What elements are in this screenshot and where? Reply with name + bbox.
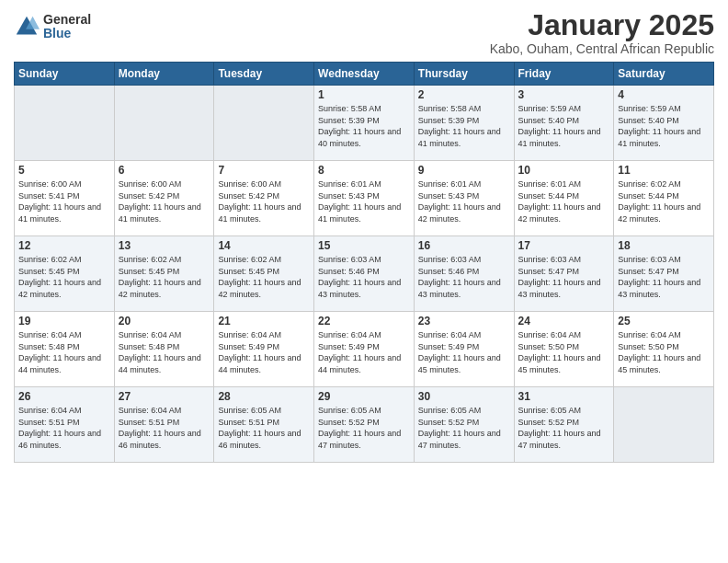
- day-number: 25: [618, 315, 710, 327]
- sunrise: Sunrise: 6:04 AM: [518, 330, 582, 339]
- day-number: 21: [218, 315, 310, 327]
- header: General Blue January 2025 Kabo, Ouham, C…: [14, 9, 714, 56]
- sunset: Sunset: 5:39 PM: [318, 116, 380, 125]
- daylight: Daylight: 11 hours and 43 minutes.: [418, 278, 501, 299]
- day-info: Sunrise: 6:05 AM Sunset: 5:52 PM Dayligh…: [318, 405, 410, 451]
- day-number: 24: [518, 315, 610, 327]
- logo: General Blue: [14, 13, 91, 41]
- logo-blue: Blue: [43, 27, 91, 40]
- calendar-cell-3-5: 24 Sunrise: 6:04 AM Sunset: 5:50 PM Dayl…: [514, 312, 614, 387]
- day-number: 4: [618, 88, 710, 101]
- sunset: Sunset: 5:49 PM: [418, 342, 480, 351]
- sunrise: Sunrise: 6:04 AM: [119, 330, 182, 339]
- sunrise: Sunrise: 5:58 AM: [418, 104, 482, 113]
- sunset: Sunset: 5:44 PM: [518, 191, 580, 201]
- calendar-week-0: 1 Sunrise: 5:58 AM Sunset: 5:39 PM Dayli…: [15, 86, 714, 161]
- day-number: 29: [318, 390, 410, 403]
- day-number: 15: [318, 239, 410, 252]
- calendar-cell-4-4: 30 Sunrise: 6:05 AM Sunset: 5:52 PM Dayl…: [414, 387, 514, 463]
- day-info: Sunrise: 5:59 AM Sunset: 5:40 PM Dayligh…: [518, 103, 610, 149]
- calendar-cell-0-0: [15, 86, 115, 161]
- calendar-cell-2-4: 16 Sunrise: 6:03 AM Sunset: 5:46 PM Dayl…: [414, 236, 514, 312]
- sunrise: Sunrise: 6:03 AM: [418, 255, 482, 264]
- logo-general: General: [43, 13, 91, 27]
- sunrise: Sunrise: 5:59 AM: [618, 104, 681, 113]
- sunset: Sunset: 5:52 PM: [418, 418, 480, 427]
- day-number: 12: [18, 239, 110, 252]
- daylight: Daylight: 11 hours and 41 minutes.: [318, 202, 401, 224]
- sunset: Sunset: 5:49 PM: [318, 342, 380, 351]
- daylight: Daylight: 11 hours and 46 minutes.: [18, 429, 101, 450]
- daylight: Daylight: 11 hours and 41 minutes.: [119, 202, 201, 224]
- day-number: 13: [119, 239, 210, 252]
- calendar-week-2: 12 Sunrise: 6:02 AM Sunset: 5:45 PM Dayl…: [15, 236, 714, 312]
- calendar-cell-0-3: 1 Sunrise: 5:58 AM Sunset: 5:39 PM Dayli…: [314, 86, 415, 161]
- header-sunday: Sunday: [15, 63, 115, 86]
- day-number: 22: [318, 315, 410, 327]
- day-number: 6: [119, 164, 210, 177]
- title-area: January 2025 Kabo, Ouham, Central Africa…: [490, 9, 714, 56]
- header-saturday: Saturday: [614, 63, 714, 86]
- sunrise: Sunrise: 6:01 AM: [418, 179, 482, 189]
- day-number: 17: [518, 239, 610, 252]
- header-tuesday: Tuesday: [214, 63, 314, 86]
- daylight: Daylight: 11 hours and 41 minutes.: [218, 202, 301, 224]
- day-info: Sunrise: 6:04 AM Sunset: 5:49 PM Dayligh…: [218, 329, 310, 375]
- daylight: Daylight: 11 hours and 42 minutes.: [218, 278, 301, 299]
- day-info: Sunrise: 6:04 AM Sunset: 5:48 PM Dayligh…: [18, 329, 110, 375]
- sunset: Sunset: 5:42 PM: [119, 191, 180, 201]
- daylight: Daylight: 11 hours and 42 minutes.: [18, 278, 101, 299]
- calendar-table: Sunday Monday Tuesday Wednesday Thursday…: [14, 62, 714, 463]
- daylight: Daylight: 11 hours and 45 minutes.: [418, 353, 501, 374]
- sunset: Sunset: 5:45 PM: [119, 267, 180, 276]
- calendar-cell-4-3: 29 Sunrise: 6:05 AM Sunset: 5:52 PM Dayl…: [314, 387, 415, 463]
- calendar-cell-4-0: 26 Sunrise: 6:04 AM Sunset: 5:51 PM Dayl…: [15, 387, 115, 463]
- daylight: Daylight: 11 hours and 42 minutes.: [418, 202, 501, 224]
- day-info: Sunrise: 6:01 AM Sunset: 5:44 PM Dayligh…: [518, 178, 610, 224]
- sunset: Sunset: 5:40 PM: [618, 116, 679, 125]
- sunset: Sunset: 5:51 PM: [218, 418, 279, 427]
- sunrise: Sunrise: 6:02 AM: [618, 179, 681, 189]
- calendar-cell-4-2: 28 Sunrise: 6:05 AM Sunset: 5:51 PM Dayl…: [214, 387, 314, 463]
- calendar-title: January 2025: [490, 9, 714, 41]
- day-number: 8: [318, 164, 410, 177]
- day-info: Sunrise: 5:58 AM Sunset: 5:39 PM Dayligh…: [318, 103, 410, 149]
- sunset: Sunset: 5:40 PM: [518, 116, 580, 125]
- calendar-cell-3-2: 21 Sunrise: 6:04 AM Sunset: 5:49 PM Dayl…: [214, 312, 314, 387]
- calendar-cell-2-2: 14 Sunrise: 6:02 AM Sunset: 5:45 PM Dayl…: [214, 236, 314, 312]
- day-info: Sunrise: 6:03 AM Sunset: 5:47 PM Dayligh…: [518, 254, 610, 300]
- day-info: Sunrise: 6:05 AM Sunset: 5:51 PM Dayligh…: [218, 405, 310, 451]
- logo-text: General Blue: [43, 13, 91, 41]
- header-wednesday: Wednesday: [314, 63, 415, 86]
- sunrise: Sunrise: 6:00 AM: [218, 179, 281, 189]
- day-number: 18: [618, 239, 710, 252]
- calendar-cell-3-6: 25 Sunrise: 6:04 AM Sunset: 5:50 PM Dayl…: [614, 312, 714, 387]
- calendar-cell-1-5: 10 Sunrise: 6:01 AM Sunset: 5:44 PM Dayl…: [514, 161, 614, 236]
- daylight: Daylight: 11 hours and 41 minutes.: [418, 127, 501, 148]
- day-info: Sunrise: 6:03 AM Sunset: 5:46 PM Dayligh…: [318, 254, 410, 300]
- day-info: Sunrise: 5:58 AM Sunset: 5:39 PM Dayligh…: [418, 103, 510, 149]
- daylight: Daylight: 11 hours and 46 minutes.: [218, 429, 301, 450]
- daylight: Daylight: 11 hours and 41 minutes.: [18, 202, 101, 224]
- sunset: Sunset: 5:44 PM: [618, 191, 679, 201]
- day-number: 27: [119, 390, 210, 403]
- day-info: Sunrise: 6:00 AM Sunset: 5:42 PM Dayligh…: [218, 178, 310, 224]
- sunrise: Sunrise: 6:03 AM: [318, 255, 381, 264]
- sunset: Sunset: 5:47 PM: [518, 267, 580, 276]
- day-info: Sunrise: 6:02 AM Sunset: 5:44 PM Dayligh…: [618, 178, 710, 224]
- calendar-cell-3-0: 19 Sunrise: 6:04 AM Sunset: 5:48 PM Dayl…: [15, 312, 115, 387]
- calendar-cell-4-6: [614, 387, 714, 463]
- calendar-cell-3-3: 22 Sunrise: 6:04 AM Sunset: 5:49 PM Dayl…: [314, 312, 415, 387]
- day-info: Sunrise: 6:04 AM Sunset: 5:50 PM Dayligh…: [618, 329, 710, 375]
- sunrise: Sunrise: 6:05 AM: [418, 406, 482, 415]
- calendar-cell-1-1: 6 Sunrise: 6:00 AM Sunset: 5:42 PM Dayli…: [114, 161, 214, 236]
- header-friday: Friday: [514, 63, 614, 86]
- daylight: Daylight: 11 hours and 41 minutes.: [618, 127, 700, 148]
- daylight: Daylight: 11 hours and 46 minutes.: [119, 429, 201, 450]
- day-info: Sunrise: 6:03 AM Sunset: 5:47 PM Dayligh…: [618, 254, 710, 300]
- sunset: Sunset: 5:45 PM: [18, 267, 80, 276]
- day-info: Sunrise: 6:00 AM Sunset: 5:41 PM Dayligh…: [18, 178, 110, 224]
- calendar-cell-1-4: 9 Sunrise: 6:01 AM Sunset: 5:43 PM Dayli…: [414, 161, 514, 236]
- daylight: Daylight: 11 hours and 43 minutes.: [518, 278, 601, 299]
- sunrise: Sunrise: 6:04 AM: [18, 330, 82, 339]
